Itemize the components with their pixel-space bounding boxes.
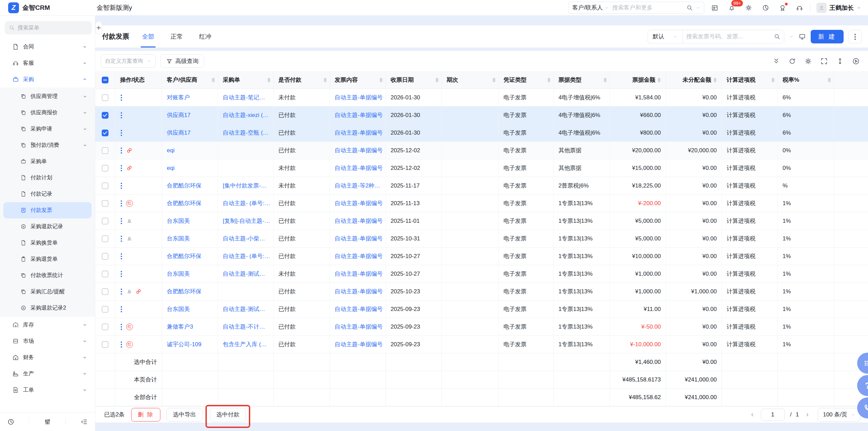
row-checkbox[interactable]	[102, 130, 108, 136]
row-checkbox[interactable]	[102, 112, 108, 119]
sort-caret-icon[interactable]	[828, 78, 831, 82]
invoice-content-link[interactable]: 自动主题-单据编号	[335, 146, 383, 154]
tab[interactable]: 正常	[169, 25, 184, 47]
customer-link[interactable]: 兼做客户3	[167, 323, 193, 331]
customer-link[interactable]: eqi	[167, 147, 175, 154]
customer-link[interactable]: 诚宇公司-109	[167, 340, 201, 348]
row-actions-kebab-icon[interactable]	[120, 129, 123, 137]
invoice-content-link[interactable]: 自动主题-等2种产品	[335, 182, 383, 190]
customer-link[interactable]: 合肥酷尔环保	[167, 182, 201, 190]
sidebar-subitem[interactable]: 采购退款记录2	[0, 300, 95, 316]
column-header-paid[interactable]: 是否付款	[274, 71, 330, 89]
purchase-order-link[interactable]: 自动主题-不计算库...	[223, 323, 271, 331]
sidebar-subitem[interactable]: 付款发票	[3, 202, 92, 218]
menu-search-input[interactable]	[18, 25, 88, 31]
customer-link[interactable]: 台东国美	[167, 217, 190, 225]
row-actions-kebab-icon[interactable]	[120, 253, 123, 260]
row-actions-kebab-icon[interactable]	[120, 182, 123, 190]
sidebar-subitem[interactable]: 供应商报价	[0, 104, 95, 121]
row-checkbox[interactable]	[102, 306, 108, 313]
invoice-content-link[interactable]: 自动主题-单据编号	[335, 270, 383, 278]
invoice-content-link[interactable]: 自动主题-单据编号	[335, 235, 383, 242]
row-checkbox[interactable]	[102, 341, 108, 348]
sidebar-subitem[interactable]: 付款计划	[0, 170, 95, 186]
invoice-content-link[interactable]: 自动主题-单据编号	[335, 288, 383, 295]
export-selected-button[interactable]: 选中导出	[166, 408, 202, 422]
column-header-bill[interactable]: 票据类型	[554, 71, 610, 89]
sort-caret-icon[interactable]	[547, 78, 551, 82]
contacts-icon[interactable]	[710, 3, 719, 12]
row-actions-kebab-icon[interactable]	[120, 217, 123, 225]
purchase-order-link[interactable]: 自动主题-空瓶 (单...	[223, 129, 271, 137]
row-checkbox[interactable]	[102, 165, 108, 172]
pay-selected-button[interactable]: 选中付款	[210, 408, 246, 422]
notifications-bell-icon[interactable]: 99+	[727, 3, 736, 12]
sidebar-section[interactable]: 合同	[0, 39, 95, 55]
row-checkbox[interactable]	[102, 288, 108, 295]
preferences-sliders-icon[interactable]	[44, 418, 51, 426]
sidebar-section[interactable]: 财务	[0, 349, 95, 366]
table-settings-gear-icon[interactable]	[804, 57, 812, 65]
tab[interactable]: 红冲	[198, 25, 213, 47]
sidebar-subitem[interactable]: 预付款/消费	[0, 137, 95, 153]
customer-link[interactable]: 台东国美	[167, 305, 190, 313]
row-actions-kebab-icon[interactable]	[120, 306, 123, 313]
row-checkbox[interactable]	[102, 271, 108, 277]
invoice-content-link[interactable]: 自动主题-单据编号	[335, 323, 383, 331]
sidebar-section[interactable]: 工单	[0, 382, 95, 398]
sidebar-subitem[interactable]: 供应商管理	[0, 88, 95, 104]
invoice-content-link[interactable]: 自动主题-单据编号	[335, 252, 383, 260]
column-header-content[interactable]: 发票内容	[330, 71, 386, 89]
customer-link[interactable]: 供应商17	[167, 129, 191, 137]
invoice-search-input[interactable]	[686, 33, 774, 40]
history-clock-icon[interactable]	[7, 418, 15, 426]
analytics-pie-icon[interactable]	[761, 3, 770, 12]
invoice-content-link[interactable]: 自动主题-单据编号	[335, 305, 383, 313]
row-checkbox[interactable]	[102, 218, 108, 224]
prev-page-icon[interactable]	[749, 412, 755, 418]
column-header-customer[interactable]: 客户/供应商	[162, 71, 218, 89]
invoice-content-link[interactable]: 自动主题-单据编号	[335, 217, 383, 225]
column-header-unalloc[interactable]: 未分配金额	[666, 71, 722, 89]
purchase-order-link[interactable]: 自动主题-笔记本20...	[223, 94, 271, 101]
customer-link[interactable]: 合肥酷尔环保	[167, 199, 201, 207]
select-all-checkbox[interactable]	[102, 77, 108, 83]
row-actions-kebab-icon[interactable]	[120, 235, 123, 242]
row-actions-kebab-icon[interactable]	[120, 164, 123, 172]
column-header-date[interactable]: 收票日期	[386, 71, 442, 89]
collapse-sidebar-icon[interactable]	[80, 418, 88, 426]
purchase-order-link[interactable]: 自动主题-xiezi (单...	[223, 111, 271, 119]
sidebar-subitem[interactable]: 采购汇总/提醒	[0, 283, 95, 300]
advanced-query-button[interactable]: 高级查询	[160, 54, 204, 68]
sidebar-section[interactable]: 客服	[0, 55, 95, 71]
rewards-medal-icon[interactable]	[778, 3, 787, 12]
invoice-search[interactable]	[683, 30, 784, 43]
support-headset-icon[interactable]	[795, 3, 804, 12]
column-header-taxcalc[interactable]: 计算进项税	[722, 71, 778, 89]
sort-caret-icon[interactable]	[604, 78, 607, 82]
sidebar-section[interactable]: 生产	[0, 366, 95, 382]
invoice-content-link[interactable]: 自动主题-单据编号	[335, 94, 383, 101]
page-size-dropdown[interactable]: 100 条/页	[818, 408, 861, 422]
row-actions-kebab-icon[interactable]	[120, 270, 123, 278]
kanban-view-icon[interactable]	[798, 33, 806, 40]
add-menu-button[interactable]	[95, 21, 102, 35]
app-logo-icon[interactable]: Z	[8, 2, 19, 13]
customer-link[interactable]: 台东国美	[167, 270, 190, 278]
row-actions-kebab-icon[interactable]	[120, 147, 123, 154]
purchase-order-link[interactable]: 包含生产入库 (单号...	[223, 340, 271, 348]
row-actions-kebab-icon[interactable]	[120, 94, 123, 101]
new-invoice-button[interactable]: 新 建	[811, 30, 844, 43]
settings-gear-icon[interactable]	[744, 3, 753, 12]
sort-caret-icon[interactable]	[713, 78, 717, 82]
purchase-order-link[interactable]: 自动主题- (单号:CG...	[223, 199, 271, 207]
sidebar-subitem[interactable]: 采购申请	[0, 121, 95, 137]
sort-caret-icon[interactable]	[323, 78, 327, 82]
chevron-down-icon[interactable]	[696, 5, 701, 10]
sidebar-subitem[interactable]: 采购退货单	[0, 251, 95, 267]
invoice-content-link[interactable]: 自动主题-单据编号	[335, 199, 383, 207]
sidebar-subitem[interactable]: 采购换货单	[0, 235, 95, 251]
row-checkbox[interactable]	[102, 324, 108, 330]
row-checkbox[interactable]	[102, 200, 108, 207]
sidebar-subitem[interactable]: 付款收票统计	[0, 267, 95, 283]
